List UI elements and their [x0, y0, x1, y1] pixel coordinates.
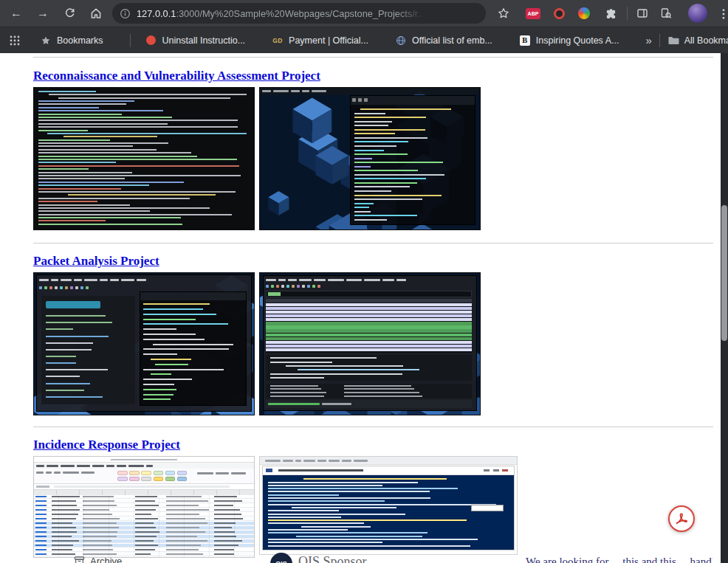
profile-avatar[interactable]	[688, 4, 707, 23]
all-bookmarks-button[interactable]: All Bookmarks	[667, 35, 728, 46]
back-icon[interactable]: ←	[6, 3, 27, 24]
bookmark-star-icon[interactable]	[493, 3, 514, 24]
bookmark-item-payment[interactable]: GD Payment | Official...	[272, 35, 368, 46]
site-info-icon[interactable]	[120, 8, 131, 19]
red-dot-favicon	[145, 35, 157, 46]
apps-grid-icon[interactable]	[9, 35, 21, 46]
bookmarks-bar: Bookmarks Uninstall Instructio... GD Pay…	[0, 27, 728, 53]
letter-b-favicon: B	[519, 35, 531, 46]
powershell-screenshot	[259, 456, 518, 555]
recon-nmap-screenshot	[259, 87, 481, 230]
sponsor-label: OIS Sponsor	[298, 554, 367, 563]
bookmark-label: Official list of emb...	[412, 35, 492, 46]
bookmarks-divider	[659, 34, 660, 47]
home-icon[interactable]	[86, 3, 106, 24]
gd-monogram-favicon: GD	[272, 35, 284, 46]
recon-terminal-screenshot	[33, 87, 255, 230]
bookmark-label: Bookmarks	[57, 35, 103, 46]
pdf-download-button[interactable]	[668, 505, 695, 532]
section-incidence: Incidence Response Project	[33, 427, 721, 558]
all-bookmarks-label: All Bookmarks	[684, 35, 728, 46]
extensions-puzzle-icon[interactable]	[600, 3, 621, 24]
star-icon	[40, 35, 52, 46]
spreadsheet-screenshot	[33, 456, 255, 558]
scrollbar-thumb[interactable]	[721, 205, 727, 341]
bookmark-item-bookmarks[interactable]: Bookmarks	[40, 35, 103, 46]
bookmark-item-official-list[interactable]: Official list of emb...	[395, 35, 492, 46]
red-dot-extension-icon[interactable]	[554, 8, 565, 19]
colorful-extension-icon[interactable]	[578, 7, 590, 19]
bookmark-item-uninstall[interactable]: Uninstall Instructio...	[145, 35, 246, 46]
web-page: Reconnaissance and Vulnerability Assessm…	[0, 53, 721, 563]
globe-favicon	[395, 35, 407, 46]
recon-screenshots	[33, 87, 721, 230]
reload-icon[interactable]	[59, 3, 80, 24]
bookmarks-overflow-chevron[interactable]: »	[645, 34, 651, 46]
bookmarks-divider	[130, 34, 131, 47]
bookmark-label: Payment | Official...	[289, 35, 368, 46]
browser-window: ← → 127.0.0.1:3000/My%20Sample%20Webpage…	[0, 0, 728, 563]
packet-screenshots	[33, 272, 721, 415]
section-recon: Reconnaissance and Vulnerability Assessm…	[33, 58, 721, 230]
archive-link[interactable]: Archive	[74, 556, 122, 563]
incidence-project-link[interactable]: Incidence Response Project	[33, 437, 180, 452]
section-packet: Packet Analysis Project	[33, 243, 721, 415]
tab-search-icon[interactable]	[657, 3, 675, 24]
incidence-screenshots	[33, 456, 721, 558]
adblock-extension-icon[interactable]: ABP	[526, 8, 540, 19]
url-text: 127.0.0.1:3000/My%20Sample%20Webpages/Ca…	[137, 8, 425, 19]
bookmark-label: Uninstall Instructio...	[162, 35, 246, 46]
folder-icon	[667, 35, 679, 46]
page-content: Reconnaissance and Vulnerability Assessm…	[0, 53, 721, 558]
wireshark-capture-screenshot	[259, 272, 481, 415]
bookmark-item-inspiring-quotes[interactable]: B Inspiring Quotes A...	[519, 35, 619, 46]
toolbar-divider	[627, 7, 628, 20]
browser-toolbar: ← → 127.0.0.1:3000/My%20Sample%20Webpage…	[0, 0, 728, 27]
bookmark-label: Inspiring Quotes A...	[536, 35, 619, 46]
packet-project-link[interactable]: Packet Analysis Project	[33, 253, 159, 269]
wireshark-welcome-screenshot	[33, 272, 255, 415]
sponsor-note: We are looking for ... this and this ...…	[526, 556, 712, 563]
recon-project-link[interactable]: Reconnaissance and Vulnerability Assessm…	[33, 68, 320, 83]
side-panel-icon[interactable]	[633, 3, 651, 24]
menu-kebab-icon[interactable]: ⋮	[713, 3, 728, 24]
forward-icon[interactable]: →	[32, 3, 53, 24]
vertical-scrollbar[interactable]	[721, 53, 728, 563]
address-bar[interactable]: 127.0.0.1:3000/My%20Sample%20Webpages/Ca…	[112, 3, 486, 24]
archive-box-icon	[74, 556, 85, 563]
archive-label: Archive	[90, 556, 122, 563]
adobe-pdf-icon	[673, 510, 690, 528]
